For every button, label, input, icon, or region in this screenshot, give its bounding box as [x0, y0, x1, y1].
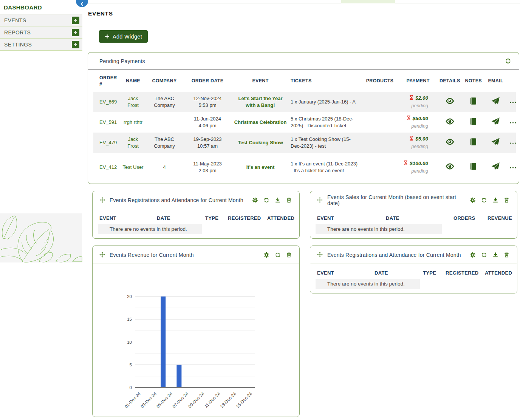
payment-amount: $100.00 [410, 160, 428, 167]
ellipsis-icon[interactable] [510, 167, 516, 169]
column-header-order-date: ORDER DATE [183, 76, 232, 86]
table-header-row: ORDER # NAME COMPANY ORDER DATE EVENT TI… [93, 70, 516, 92]
products-cell [362, 120, 398, 125]
column-header-event: EVENT [99, 215, 157, 221]
arrow-right-icon[interactable] [72, 41, 79, 48]
move-icon[interactable] [317, 197, 323, 203]
svg-text:03-Dec-24: 03-Dec-24 [140, 391, 158, 409]
download-icon[interactable] [492, 252, 498, 258]
send-icon[interactable] [491, 117, 500, 126]
widget-sales: Events Sales for Current Month (based on… [310, 191, 517, 239]
email-cell [485, 94, 506, 110]
widget-table-header: EVENT DATE TYPE REGISTERED ATTENDED [93, 209, 299, 221]
gear-icon[interactable] [252, 197, 258, 203]
column-header-email: EMAIL [485, 76, 506, 86]
event-name-link[interactable]: It's an event [232, 162, 289, 173]
widget-revenue-chart: Events Revenue for Current Month 0510152… [92, 246, 300, 417]
details-cell [438, 159, 461, 175]
column-header-tickets: TICKETS [289, 76, 362, 86]
notes-cell [461, 115, 485, 130]
widget-registrations-attendance-2: Events Registrations and Attendance for … [310, 246, 517, 293]
payment-status: pending [412, 144, 429, 150]
send-icon[interactable] [491, 97, 500, 106]
sidebar-item-settings[interactable]: SETTINGS [0, 39, 82, 51]
book-icon[interactable] [469, 117, 477, 126]
trash-icon[interactable] [286, 197, 292, 203]
ellipsis-icon[interactable] [510, 101, 516, 103]
refresh-icon[interactable] [263, 197, 269, 203]
eye-icon[interactable] [445, 137, 455, 147]
send-icon[interactable] [491, 137, 500, 147]
column-header-details: DETAILS [438, 76, 462, 86]
event-name-link[interactable]: Christmas Celebration [232, 117, 289, 128]
customer-name-link[interactable]: Test User [121, 162, 145, 173]
column-header-type: TYPE [423, 270, 446, 276]
order-number-link[interactable]: EV_669 [93, 96, 121, 108]
tickets-cell: 1 x Test Cooking Show (15-Dec-2023) - te… [289, 134, 362, 151]
download-icon[interactable] [275, 197, 281, 203]
hourglass-icon [409, 136, 413, 143]
empty-state-message: There are no events in this period. [98, 224, 202, 234]
email-cell [485, 115, 506, 130]
order-number-link[interactable]: EV_412 [93, 162, 121, 173]
customer-name-link[interactable]: rrgh rthtr [121, 117, 145, 128]
widget-registrations-attendance: Events Registrations and Attendance for … [92, 191, 300, 239]
plus-icon [105, 34, 110, 39]
eye-icon[interactable] [445, 117, 455, 126]
payment-status: pending [412, 168, 429, 174]
move-icon[interactable] [317, 252, 323, 258]
event-name-link[interactable]: Test Cooking Show [232, 137, 289, 148]
event-name-link[interactable]: Let's Start the Year with a Bang! [232, 93, 289, 111]
book-icon[interactable] [469, 162, 477, 171]
refresh-icon[interactable] [275, 252, 281, 258]
bar [161, 296, 166, 388]
gear-icon[interactable] [470, 197, 476, 203]
payment-cell: $5.00 pending [398, 133, 438, 152]
refresh-icon[interactable] [481, 252, 487, 258]
email-cell [485, 135, 506, 151]
column-header-event: EVENT [232, 76, 289, 86]
move-icon[interactable] [99, 252, 105, 258]
payment-status: pending [412, 103, 429, 109]
sidebar-title: DASHBOARD [0, 0, 82, 14]
trash-icon[interactable] [504, 252, 509, 258]
customer-name-link[interactable]: Jack Frost [121, 93, 145, 111]
book-icon[interactable] [469, 97, 477, 105]
content-left-border [83, 213, 83, 420]
order-number-link[interactable]: EV_479 [93, 137, 121, 148]
trash-icon[interactable] [504, 197, 509, 203]
gear-icon[interactable] [470, 252, 476, 258]
gear-icon[interactable] [263, 252, 269, 258]
arrow-right-icon[interactable] [72, 29, 79, 36]
svg-text:13-Dec-24: 13-Dec-24 [219, 391, 237, 409]
refresh-icon[interactable] [505, 58, 511, 64]
sidebar-item-events[interactable]: EVENTS [0, 14, 82, 26]
eye-icon[interactable] [445, 162, 455, 171]
pending-payments-table: ORDER # NAME COMPANY ORDER DATE EVENT TI… [93, 70, 516, 182]
top-nav-edge [88, 0, 520, 3]
order-number-link[interactable]: EV_591 [93, 117, 121, 128]
book-icon[interactable] [469, 137, 477, 146]
eye-icon[interactable] [445, 96, 455, 106]
table-row: EV_479 Jack Frost The ABC Company 19-Sep… [93, 133, 516, 153]
ellipsis-icon[interactable] [510, 122, 516, 124]
order-date-cell: 19-Sep-202310:57 am [183, 134, 232, 151]
send-icon[interactable] [491, 162, 500, 171]
sidebar-item-reports[interactable]: REPORTS [0, 26, 82, 39]
customer-name-link[interactable]: Jack Frost [121, 134, 145, 151]
download-icon[interactable] [492, 197, 498, 203]
pending-payments-widget: Pending Payments ORDER # NAME COMPANY OR… [88, 52, 519, 184]
add-widget-label: Add Widget [113, 34, 142, 40]
column-header-company: COMPANY [145, 76, 183, 86]
trash-icon[interactable] [286, 252, 292, 258]
ellipsis-icon[interactable] [510, 142, 516, 144]
arrow-right-icon[interactable] [72, 17, 79, 24]
move-icon[interactable] [99, 197, 105, 203]
table-row: EV_412 Test User 4 11-May-20232:03 pm It… [93, 153, 516, 182]
sidebar-menu: EVENTS REPORTS SETTINGS [0, 14, 82, 51]
notes-cell [461, 135, 485, 150]
details-cell [438, 94, 461, 110]
add-widget-button[interactable]: Add Widget [99, 30, 148, 43]
refresh-icon[interactable] [481, 197, 487, 203]
sidebar-item-label: REPORTS [4, 29, 31, 36]
